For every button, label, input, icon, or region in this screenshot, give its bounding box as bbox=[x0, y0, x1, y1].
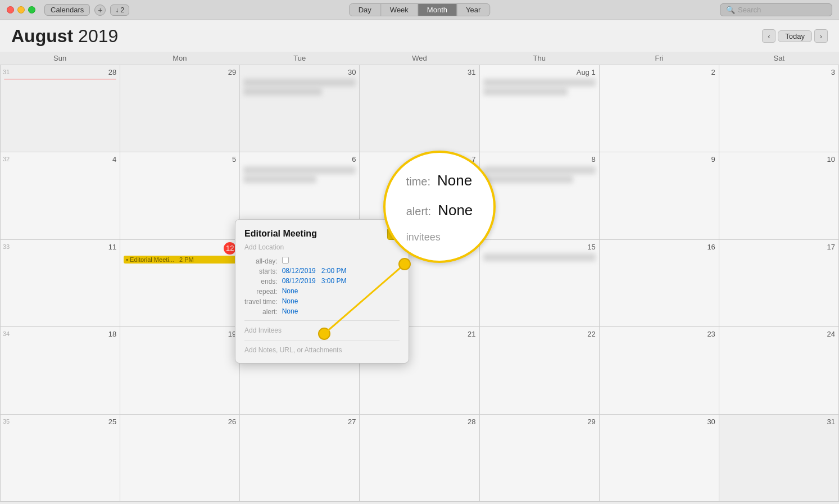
today-button[interactable]: Today bbox=[778, 30, 812, 42]
titlebar: Calendars + ↓ 2 Day Week Month Year 🔍 Se… bbox=[0, 0, 839, 20]
table-row[interactable]: 28 bbox=[360, 415, 479, 502]
list-item[interactable] bbox=[243, 175, 316, 183]
event-popup: Editorial Meeting ▼ Add Location all-day… bbox=[235, 219, 409, 364]
table-row[interactable]: 33 11 bbox=[1, 240, 120, 327]
year: 2019 bbox=[78, 26, 118, 46]
mag-invitees: invitees bbox=[406, 228, 473, 246]
table-row[interactable]: 2 bbox=[600, 65, 719, 152]
table-row[interactable]: 30 bbox=[240, 65, 360, 152]
popup-divider2 bbox=[244, 340, 400, 340]
table-row[interactable]: 34 18 bbox=[1, 327, 120, 414]
table-row[interactable]: Aug 1 bbox=[480, 65, 600, 152]
view-day-button[interactable]: Day bbox=[350, 4, 381, 16]
table-row[interactable]: 9 bbox=[600, 152, 719, 239]
table-row[interactable]: 26 bbox=[120, 415, 240, 502]
prev-month-button[interactable]: ‹ bbox=[762, 29, 775, 43]
ends-value[interactable]: 08/12/2019 3:00 PM bbox=[282, 277, 400, 285]
starts-label: starts: bbox=[244, 267, 278, 275]
fullscreen-button[interactable] bbox=[28, 6, 35, 13]
magnifier: time: None alert: None invitees bbox=[383, 151, 496, 263]
list-item[interactable] bbox=[483, 253, 596, 261]
magnifier-content: time: None alert: None invitees bbox=[395, 162, 484, 252]
repeat-label: repeat: bbox=[244, 287, 278, 296]
popup-location[interactable]: Add Location bbox=[244, 243, 400, 251]
ends-label: ends: bbox=[244, 277, 278, 285]
travel-value[interactable]: None bbox=[282, 297, 400, 306]
list-item[interactable] bbox=[483, 88, 568, 96]
mag-time-value: None bbox=[437, 167, 472, 194]
table-row[interactable]: 31 28 bbox=[1, 65, 120, 152]
table-row[interactable]: 5 bbox=[120, 152, 240, 239]
table-row[interactable]: 22 bbox=[480, 327, 600, 414]
day-header-sun: Sun bbox=[0, 52, 120, 65]
close-button[interactable] bbox=[7, 6, 14, 13]
today-date-number: 12 bbox=[224, 242, 236, 255]
table-row[interactable]: 24 bbox=[719, 327, 839, 414]
list-item[interactable] bbox=[243, 166, 356, 174]
list-item[interactable] bbox=[483, 175, 573, 183]
day-header-mon: Mon bbox=[120, 52, 239, 65]
table-row[interactable]: 15 bbox=[480, 240, 600, 327]
table-row[interactable]: 27 bbox=[240, 415, 360, 502]
table-row[interactable]: 19 bbox=[120, 327, 240, 414]
table-row[interactable]: 16 bbox=[600, 240, 719, 327]
navigation-buttons: ‹ Today › bbox=[762, 29, 828, 43]
next-month-button[interactable]: › bbox=[814, 29, 828, 43]
allday-label: all-day: bbox=[244, 257, 278, 265]
day-header-fri: Fri bbox=[599, 52, 719, 65]
search-box[interactable]: 🔍 Search bbox=[720, 3, 832, 16]
mag-alert-value: None bbox=[438, 197, 473, 224]
add-notes-row[interactable]: Add Notes, URL, or Attachments bbox=[244, 345, 400, 355]
table-row[interactable]: 17 bbox=[719, 240, 839, 327]
view-week-button[interactable]: Week bbox=[381, 4, 418, 16]
view-year-button[interactable]: Year bbox=[457, 4, 489, 16]
table-row[interactable]: 12 • Editorial Meeti... 2 PM bbox=[120, 240, 240, 327]
calendars-button[interactable]: Calendars bbox=[44, 4, 90, 16]
list-item[interactable] bbox=[483, 79, 596, 87]
table-row[interactable]: 23 bbox=[600, 327, 719, 414]
table-row[interactable]: 3 bbox=[719, 65, 839, 152]
day-headers: Sun Mon Tue Wed Thu Fri Sat bbox=[0, 52, 839, 65]
view-month-button[interactable]: Month bbox=[418, 4, 457, 16]
table-row[interactable]: 31 bbox=[360, 65, 479, 152]
mag-time-label: time: bbox=[406, 171, 430, 192]
month-header: August 2019 ‹ Today › bbox=[0, 20, 839, 52]
calendar-grid: 31 28 29 30 31 Aug 1 2 3 32 4 5 6 7 8 bbox=[0, 65, 839, 502]
mag-alert-label: alert: bbox=[406, 201, 431, 221]
popup-divider bbox=[244, 320, 400, 321]
list-item[interactable] bbox=[483, 166, 596, 174]
starts-value[interactable]: 08/12/2019 2:00 PM bbox=[282, 267, 400, 275]
list-item[interactable] bbox=[4, 79, 116, 80]
add-event-button[interactable]: + bbox=[94, 4, 106, 16]
popup-fields: all-day: starts: 08/12/2019 2:00 PM ends… bbox=[244, 257, 400, 316]
allday-checkbox[interactable] bbox=[282, 257, 400, 265]
popup-event-title: Editorial Meeting bbox=[244, 229, 317, 239]
table-row[interactable]: 29 bbox=[120, 65, 240, 152]
list-item[interactable] bbox=[243, 88, 322, 96]
day-header-thu: Thu bbox=[479, 52, 599, 65]
table-row[interactable]: 31 bbox=[719, 415, 839, 502]
table-row[interactable]: 30 bbox=[600, 415, 719, 502]
table-row[interactable]: 29 bbox=[480, 415, 600, 502]
month-name: August bbox=[11, 26, 73, 46]
alert-value[interactable]: None bbox=[282, 307, 400, 316]
table-row[interactable]: 32 4 bbox=[1, 152, 120, 239]
table-row[interactable]: 8 bbox=[480, 152, 600, 239]
download-button[interactable]: ↓ 2 bbox=[110, 4, 129, 16]
repeat-value[interactable]: None bbox=[282, 287, 400, 296]
month-title: August 2019 bbox=[11, 26, 118, 47]
day-header-wed: Wed bbox=[360, 52, 479, 65]
minimize-button[interactable] bbox=[17, 6, 25, 13]
editorial-meeting-event[interactable]: • Editorial Meeti... 2 PM bbox=[124, 256, 236, 264]
traffic-lights bbox=[7, 6, 35, 13]
search-placeholder: Search bbox=[738, 6, 761, 14]
day-header-tue: Tue bbox=[240, 52, 360, 65]
search-icon: 🔍 bbox=[726, 6, 735, 14]
view-switcher: Day Week Month Year bbox=[349, 3, 491, 16]
travel-label: travel time: bbox=[244, 297, 278, 306]
list-item[interactable] bbox=[243, 79, 356, 87]
table-row[interactable]: 10 bbox=[719, 152, 839, 239]
add-invitees-row[interactable]: Add Invitees bbox=[244, 325, 400, 335]
popup-title-row: Editorial Meeting ▼ bbox=[244, 228, 400, 240]
table-row[interactable]: 35 25 bbox=[1, 415, 120, 502]
